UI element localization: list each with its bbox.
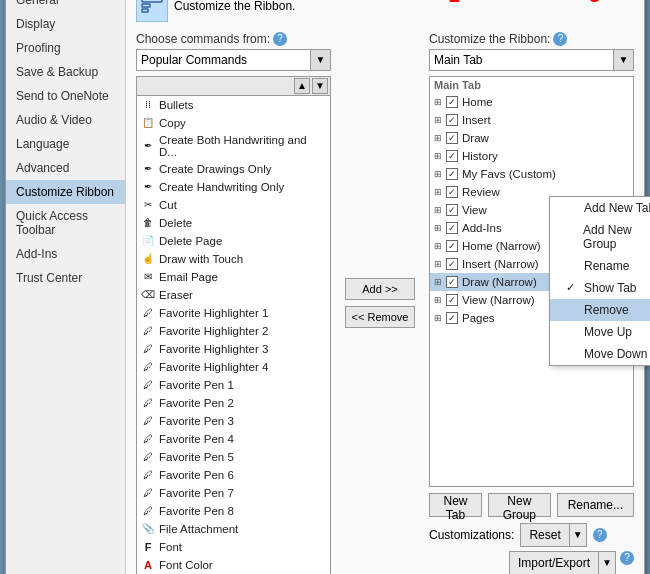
import-export-split-button: Import/Export ▼ [509, 551, 616, 575]
list-item[interactable]: 🖊Favorite Pen 3 [137, 412, 330, 430]
list-item[interactable]: 🖊Favorite Pen 1 [137, 376, 330, 394]
list-item[interactable]: ✂Cut [137, 196, 330, 214]
sidebar-item-addins[interactable]: Add-Ins [6, 242, 125, 266]
checkbox[interactable] [446, 258, 458, 270]
rename-button[interactable]: Rename... [557, 493, 634, 517]
list-item[interactable]: 🖊Favorite Pen 8 [137, 502, 330, 520]
checkbox[interactable] [446, 222, 458, 234]
delete-icon: 🗑 [141, 216, 155, 230]
list-item[interactable]: ✒Create Handwriting Only [137, 178, 330, 196]
list-item[interactable]: ✉Email Page [137, 268, 330, 286]
sidebar-item-send[interactable]: Send to OneNote [6, 84, 125, 108]
reset-dropdown-arrow[interactable]: ▼ [569, 523, 587, 547]
list-item[interactable]: ⁞⁞Bullets [137, 96, 330, 114]
list-item[interactable]: FFont [137, 538, 330, 556]
ribbon-list-item[interactable]: ⊞ Home [430, 93, 633, 111]
list-item[interactable]: 🖊Favorite Highlighter 4 [137, 358, 330, 376]
eraser-icon: ⌫ [141, 288, 155, 302]
new-tab-button[interactable]: New Tab [429, 493, 482, 517]
list-item[interactable]: 🖊Favorite Pen 6 [137, 466, 330, 484]
list-item[interactable]: ✒Create Drawings Only [137, 160, 330, 178]
new-group-button[interactable]: New Group [488, 493, 551, 517]
ctx-rename[interactable]: Rename [550, 255, 650, 277]
list-item[interactable]: 🗑Delete [137, 214, 330, 232]
copy-icon: 📋 [141, 116, 155, 130]
pen2-icon: 🖊 [141, 396, 155, 410]
checkbox[interactable] [446, 114, 458, 126]
sidebar-item-advanced[interactable]: Advanced [6, 156, 125, 180]
pen4-icon: 🖊 [141, 432, 155, 446]
pen6-icon: 🖊 [141, 468, 155, 482]
import-export-button[interactable]: Import/Export [509, 551, 598, 575]
import-export-help-icon[interactable]: ? [620, 551, 634, 565]
ctx-remove[interactable]: Remove [550, 299, 650, 321]
commands-list[interactable]: ⁞⁞Bullets 📋Copy ✒Create Both Handwriting… [136, 95, 331, 575]
checkbox[interactable] [446, 186, 458, 198]
sidebar-item-display[interactable]: Display [6, 12, 125, 36]
list-item[interactable]: 🖊Favorite Highlighter 1 [137, 304, 330, 322]
list-item[interactable]: AFont Color [137, 556, 330, 574]
svg-rect-0 [142, 0, 162, 2]
sidebar-item-trust[interactable]: Trust Center [6, 266, 125, 290]
list-item[interactable]: 📄Delete Page [137, 232, 330, 250]
list-tool-up[interactable]: ▲ [294, 78, 310, 94]
context-menu: Add New Tab Add New Group Rename [549, 196, 650, 366]
right-panel-wrapper: 2 3 Customize the Ribbon: ? Main Tab ▼ [429, 32, 634, 575]
list-item[interactable]: ☝Draw with Touch [137, 250, 330, 268]
font-color-icon: A [141, 558, 155, 572]
sidebar-item-quick-access[interactable]: Quick Access Toolbar [6, 204, 125, 242]
ribbon-dropdown-arrow[interactable]: ▼ [614, 49, 634, 71]
add-button[interactable]: Add >> [345, 278, 415, 300]
list-item[interactable]: 🖊Favorite Pen 7 [137, 484, 330, 502]
import-export-arrow[interactable]: ▼ [598, 551, 616, 575]
list-item[interactable]: 🖊Favorite Pen 2 [137, 394, 330, 412]
hl3-icon: 🖊 [141, 342, 155, 356]
sidebar-item-customize-ribbon[interactable]: Customize Ribbon [6, 180, 125, 204]
ribbon-list-item[interactable]: ⊞ History [430, 147, 633, 165]
list-item[interactable]: 🖊Favorite Pen 4 [137, 430, 330, 448]
hl2-icon: 🖊 [141, 324, 155, 338]
list-item[interactable]: 🖊Favorite Highlighter 2 [137, 322, 330, 340]
list-item[interactable]: 🖊Favorite Pen 5 [137, 448, 330, 466]
list-item[interactable]: 🖊Favorite Highlighter 3 [137, 340, 330, 358]
checkbox[interactable] [446, 150, 458, 162]
list-item[interactable]: 📋Copy [137, 114, 330, 132]
sidebar-item-audio[interactable]: Audio & Video [6, 108, 125, 132]
checkbox[interactable] [446, 204, 458, 216]
commands-dropdown-arrow[interactable]: ▼ [311, 49, 331, 71]
left-help-icon[interactable]: ? [273, 32, 287, 46]
sidebar-item-proofing[interactable]: Proofing [6, 36, 125, 60]
ribbon-list-item-myfavs[interactable]: ⊞ My Favs (Custom) [430, 165, 633, 183]
checkbox[interactable] [446, 276, 458, 288]
ctx-show-tab[interactable]: ✓ Show Tab [550, 277, 650, 299]
checkbox[interactable] [446, 132, 458, 144]
ribbon-list-item[interactable]: ⊞ Insert [430, 111, 633, 129]
checkbox[interactable] [446, 294, 458, 306]
remove-button[interactable]: << Remove [345, 306, 415, 328]
draw-touch-icon: ☝ [141, 252, 155, 266]
checkbox[interactable] [446, 96, 458, 108]
sidebar-item-save[interactable]: Save & Backup [6, 60, 125, 84]
reset-button[interactable]: Reset [520, 523, 568, 547]
ribbon-list-item[interactable]: ⊞ Draw [430, 129, 633, 147]
reset-split-button: Reset ▼ [520, 523, 586, 547]
ribbon-dropdown[interactable]: Main Tab [429, 49, 614, 71]
list-item[interactable]: ✒Create Both Handwriting and D... [137, 132, 330, 160]
checkbox[interactable] [446, 312, 458, 324]
customizations-help-icon[interactable]: ? [593, 528, 607, 542]
checkbox[interactable] [446, 168, 458, 180]
ctx-move-down[interactable]: Move Down [550, 343, 650, 365]
right-help-icon[interactable]: ? [553, 32, 567, 46]
ctx-move-up[interactable]: Move Up [550, 321, 650, 343]
checkbox[interactable] [446, 240, 458, 252]
sidebar-item-general[interactable]: General [6, 0, 125, 12]
ctx-add-group[interactable]: Add New Group [550, 219, 650, 255]
mid-buttons: Add >> << Remove [339, 32, 421, 575]
list-tool-down[interactable]: ▼ [312, 78, 328, 94]
list-item[interactable]: ⌫Eraser [137, 286, 330, 304]
list-item[interactable]: 📎File Attachment [137, 520, 330, 538]
commands-dropdown[interactable]: Popular Commands [136, 49, 311, 71]
ctx-add-tab[interactable]: Add New Tab [550, 197, 650, 219]
main-content: Customize the Ribbon. Choose commands fr… [126, 0, 644, 574]
sidebar-item-language[interactable]: Language [6, 132, 125, 156]
